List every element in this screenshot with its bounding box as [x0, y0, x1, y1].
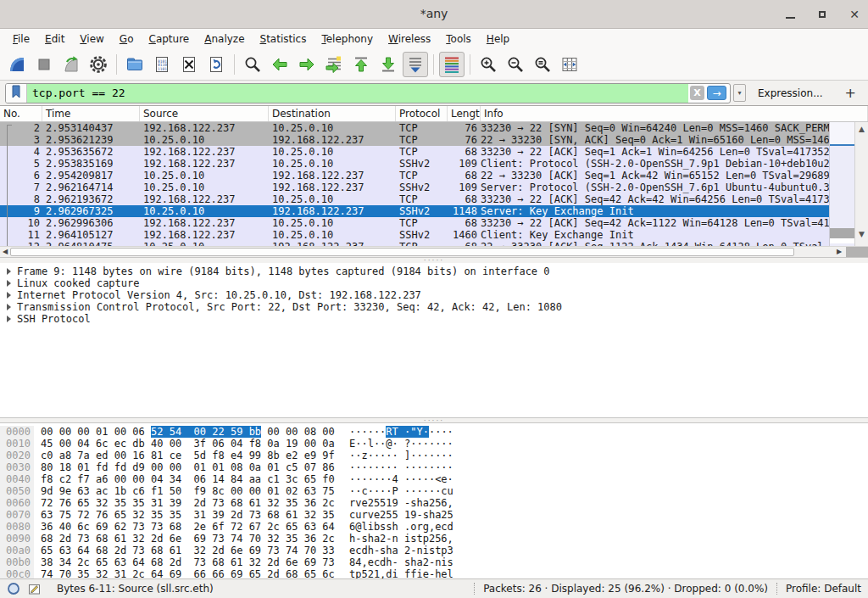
column-header-destination[interactable]: Destination	[269, 106, 396, 121]
expert-info-icon[interactable]	[7, 582, 20, 595]
go-forward-button[interactable]	[294, 52, 320, 77]
column-header-time[interactable]: Time	[42, 106, 140, 121]
menu-item-tools[interactable]: Tools	[438, 31, 479, 48]
hex-row-0030[interactable]: 003080 18 01 fd fd d9 00 00 01 01 08 0a …	[0, 461, 868, 473]
filter-add-button[interactable]: +	[845, 85, 856, 101]
column-header-length[interactable]: Length	[448, 106, 481, 121]
scroll-left-icon[interactable]: ◀	[0, 247, 10, 257]
column-header-info[interactable]: Info	[481, 106, 868, 121]
close-file-button[interactable]	[176, 52, 202, 77]
pane-splitter-1[interactable]: ·····	[0, 257, 868, 263]
packet-row-9[interactable]: 92.96296732510.25.0.10192.168.122.237SSH…	[0, 205, 868, 217]
packet-row-11[interactable]: 112.964105127192.168.122.23710.25.0.10SS…	[0, 229, 868, 241]
hex-row-0040[interactable]: 0040f8 c2 f7 a6 00 00 04 34 06 14 84 aa …	[0, 473, 868, 485]
menu-bar: FileEditViewGoCaptureAnalyzeStatisticsTe…	[0, 29, 868, 49]
cell-src: 10.25.0.10	[140, 134, 269, 146]
auto-scroll-button[interactable]	[403, 52, 428, 77]
expander-triangle-icon[interactable]	[7, 268, 11, 275]
capture-options-button[interactable]	[86, 52, 111, 77]
maximize-button[interactable]	[815, 8, 829, 21]
status-packet-counts: Packets: 26 · Displayed: 25 (96.2%) · Dr…	[483, 583, 768, 595]
packet-list-minimap[interactable]	[829, 122, 854, 246]
packet-row-10[interactable]: 102.962996306192.168.122.23710.25.0.10TC…	[0, 217, 868, 229]
resize-columns-button[interactable]	[557, 52, 582, 77]
stop-capture-button[interactable]	[31, 52, 57, 77]
packet-row-6[interactable]: 62.95420981710.25.0.10192.168.122.237TCP…	[0, 170, 868, 182]
hex-row-0000[interactable]: 000000 00 00 01 00 06 52 54 00 22 59 bb …	[0, 426, 868, 438]
menu-item-telephony[interactable]: Telephony	[314, 31, 381, 48]
zoom-original-button[interactable]	[530, 52, 555, 77]
display-filter-input[interactable]: tcp.port == 22	[27, 84, 688, 103]
packet-row-5[interactable]: 52.953835169192.168.122.23710.25.0.10SSH…	[0, 158, 868, 170]
expander-triangle-icon[interactable]	[7, 304, 11, 310]
menu-item-go[interactable]: Go	[112, 31, 142, 48]
expander-triangle-icon[interactable]	[7, 280, 11, 287]
reload-file-button[interactable]	[203, 52, 229, 77]
open-file-button[interactable]	[122, 52, 147, 77]
filter-clear-button[interactable]: X	[690, 86, 704, 100]
hex-row-0080[interactable]: 008036 40 6c 69 62 73 73 68 2e 6f 72 67 …	[0, 521, 868, 533]
find-packet-button[interactable]	[240, 52, 265, 77]
packet-row-3[interactable]: 32.95362123910.25.0.10192.168.122.237TCP…	[0, 134, 868, 146]
menu-item-view[interactable]: View	[72, 31, 111, 48]
hex-row-0020[interactable]: 0020c0 a8 7a ed 00 16 81 ce 5d f8 e4 99 …	[0, 450, 868, 461]
packet-row-8[interactable]: 82.962193672192.168.122.23710.25.0.10TCP…	[0, 193, 868, 205]
go-back-button[interactable]	[267, 52, 292, 77]
packet-list-hscrollbar[interactable]: ◀ ▶	[0, 246, 868, 257]
expander-triangle-icon[interactable]	[7, 316, 11, 322]
menu-item-capture[interactable]: Capture	[141, 31, 197, 48]
restart-capture-button[interactable]	[58, 52, 84, 77]
colorize-packets-button[interactable]	[439, 52, 465, 77]
menu-item-statistics[interactable]: Statistics	[253, 31, 314, 48]
detail-row-4[interactable]: SSH Protocol	[0, 313, 868, 325]
expression-button[interactable]: Expression...	[758, 87, 823, 99]
cell-src: 192.168.122.237	[140, 158, 269, 170]
detail-row-1[interactable]: Linux cooked capture	[0, 277, 868, 289]
scroll-right-icon[interactable]: ▶	[834, 247, 844, 257]
save-file-button[interactable]: 010101101101	[149, 52, 175, 77]
scroll-down-icon[interactable]: ▼	[855, 229, 868, 239]
go-last-button[interactable]	[376, 52, 401, 77]
menu-item-wireless[interactable]: Wireless	[381, 31, 438, 48]
status-profile[interactable]: Profile: Default	[786, 583, 861, 595]
hscroll-thumb[interactable]	[10, 248, 794, 256]
start-capture-button[interactable]	[4, 52, 30, 77]
packet-list-vscrollbar[interactable]: ▲ ▼	[854, 122, 868, 246]
scroll-up-icon[interactable]: ▲	[855, 124, 868, 134]
zoom-in-button[interactable]	[476, 52, 501, 77]
go-first-button[interactable]	[348, 52, 374, 77]
hex-row-0010[interactable]: 001045 00 04 6c ec db 40 00 3f 06 04 f8 …	[0, 438, 868, 450]
hex-row-00c0[interactable]: 00c074 70 35 32 31 2c 64 69 66 66 69 65 …	[0, 568, 868, 578]
filter-history-dropdown[interactable]: ▾	[733, 84, 746, 102]
detail-row-3[interactable]: Transmission Control Protocol, Src Port:…	[0, 301, 868, 313]
column-header-source[interactable]: Source	[140, 106, 269, 121]
menu-item-file[interactable]: File	[5, 31, 37, 48]
zoom-out-button[interactable]	[503, 52, 528, 77]
expander-triangle-icon[interactable]	[7, 292, 11, 299]
packet-row-4[interactable]: 42.953635672192.168.122.23710.25.0.10TCP…	[0, 146, 868, 158]
hex-row-00b0[interactable]: 00b038 34 2c 65 63 64 68 2d 73 68 61 32 …	[0, 556, 868, 568]
hex-row-0090[interactable]: 009068 2d 73 68 61 32 2d 6e 69 73 74 70 …	[0, 533, 868, 545]
filter-apply-button[interactable]: →	[707, 86, 726, 100]
cell-dst: 10.25.0.10	[269, 146, 396, 158]
minimize-button[interactable]	[783, 8, 797, 21]
packet-row-7[interactable]: 72.96216471410.25.0.10192.168.122.237SSH…	[0, 182, 868, 193]
go-to-packet-button[interactable]	[321, 52, 347, 77]
filter-bookmark-button[interactable]	[6, 84, 27, 103]
column-header-no[interactable]: No.	[0, 106, 42, 121]
hex-row-0070[interactable]: 007063 75 72 76 65 32 35 35 31 39 2d 73 …	[0, 509, 868, 521]
packet-row-2[interactable]: 22.953140437192.168.122.23710.25.0.10TCP…	[0, 122, 868, 134]
menu-item-analyze[interactable]: Analyze	[197, 31, 252, 48]
hex-row-00a0[interactable]: 00a065 63 64 68 2d 73 68 61 32 2d 6e 69 …	[0, 545, 868, 556]
capture-comment-icon[interactable]	[28, 583, 41, 595]
menu-item-edit[interactable]: Edit	[37, 31, 72, 48]
menu-item-help[interactable]: Help	[479, 31, 517, 48]
cell-dst: 10.25.0.10	[269, 217, 396, 229]
detail-row-0[interactable]: Frame 9: 1148 bytes on wire (9184 bits),…	[0, 265, 868, 277]
column-header-protocol[interactable]: Protocol	[396, 106, 448, 121]
close-button[interactable]: ✕	[848, 8, 861, 21]
hex-row-0050[interactable]: 00509d 9e 63 ac 1b c6 f1 50 f9 8c 00 00 …	[0, 485, 868, 497]
cell-info: Server: Key Exchange Init	[481, 205, 868, 217]
detail-row-2[interactable]: Internet Protocol Version 4, Src: 10.25.…	[0, 289, 868, 301]
hex-row-0060[interactable]: 006072 76 65 32 35 35 31 39 2d 73 68 61 …	[0, 497, 868, 509]
